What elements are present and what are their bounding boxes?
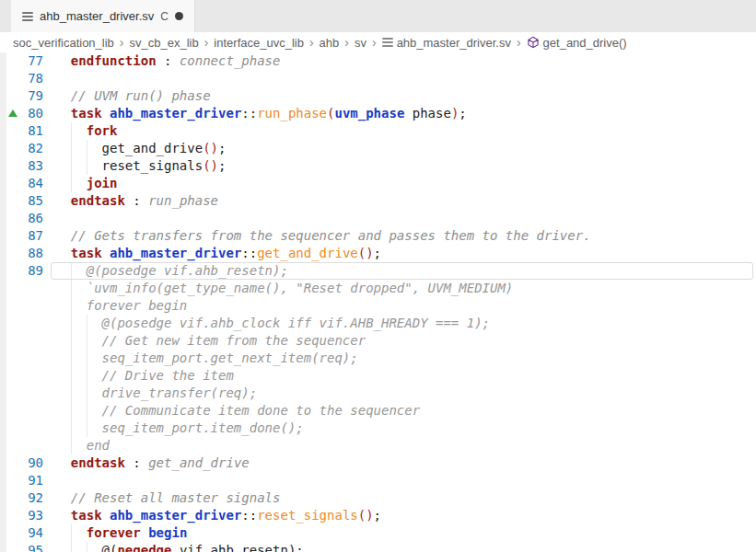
code-line-content[interactable]: join	[51, 175, 756, 192]
code-line-content[interactable]	[51, 210, 756, 227]
line-number[interactable]	[0, 437, 51, 454]
breadcrumb-item-sv-cb-ex-lib[interactable]: sv_cb_ex_lib	[130, 36, 199, 50]
breadcrumb-item-ahb[interactable]: ahb	[320, 36, 340, 50]
code-line-80[interactable]: 80 task ahb_master_driver::run_phase(uvm…	[0, 105, 756, 122]
code-line-content[interactable]: // Reset all master signals	[51, 489, 756, 507]
indent-guide	[87, 140, 87, 157]
code-line-content[interactable]: task ahb_master_driver::run_phase(uvm_ph…	[51, 105, 756, 122]
code-line-89[interactable]: 89 @(posedge vif.ahb_resetn);	[0, 262, 756, 280]
code-line-ghost[interactable]: seq_item_port.get_next_item(req);	[0, 350, 756, 367]
code-line-content[interactable]: @(posedge vif.ahb_resetn);	[51, 262, 756, 280]
line-number[interactable]: 86	[0, 210, 51, 227]
code-line-content[interactable]: `uvm_info(get_type_name(), "Reset droppe…	[51, 280, 756, 297]
line-number[interactable]	[0, 385, 51, 402]
line-number[interactable]: 92	[0, 489, 51, 507]
code-line-93[interactable]: 93 task ahb_master_driver::reset_signals…	[0, 507, 756, 524]
code-line-91[interactable]: 91	[0, 472, 756, 489]
dirty-indicator-icon[interactable]	[175, 12, 183, 20]
code-token: join	[87, 176, 118, 190]
code-line-ghost[interactable]: // Get new item from the sequencer	[0, 332, 756, 350]
line-number[interactable]: 90	[0, 454, 51, 472]
line-number[interactable]	[0, 402, 51, 420]
line-number[interactable]	[0, 420, 51, 437]
code-line-79[interactable]: 79 // UVM run() phase	[0, 87, 756, 105]
code-line-content[interactable]: seq_item_port.get_next_item(req);	[51, 350, 756, 367]
code-line-88[interactable]: 88 task ahb_master_driver::get_and_drive…	[0, 245, 756, 262]
line-number[interactable]: 85	[0, 192, 51, 210]
code-line-content[interactable]: @(negedge vif.ahb_resetn);	[51, 542, 756, 552]
line-number[interactable]: 79	[0, 87, 51, 105]
code-line-content[interactable]: forever begin	[51, 297, 756, 315]
code-line-content[interactable]: // Drive the item	[51, 367, 756, 385]
code-line-ghost[interactable]: seq_item_port.item_done();	[0, 420, 756, 437]
line-number[interactable]: 84	[0, 175, 51, 192]
code-line-83[interactable]: 83 reset_signals();	[0, 157, 756, 175]
code-line-84[interactable]: 84 join	[0, 175, 756, 192]
code-line-content[interactable]: @(posedge vif.ahb_clock iff vif.AHB_HREA…	[51, 315, 756, 332]
code-line-content[interactable]: endtask : get_and_drive	[51, 454, 756, 472]
code-token: reset_signals	[55, 158, 203, 173]
line-number[interactable]	[0, 332, 51, 350]
code-line-94[interactable]: 94 forever begin	[0, 524, 756, 542]
breadcrumb-item-soc-verification-lib[interactable]: soc_verification_lib	[13, 36, 114, 50]
code-line-content[interactable]: task ahb_master_driver::get_and_drive();	[51, 245, 756, 262]
code-line-content[interactable]: drive_transfer(req);	[51, 385, 756, 402]
code-editor[interactable]: 77 endfunction : connect_phase7879 // UV…	[0, 52, 756, 552]
code-line-81[interactable]: 81 fork	[0, 122, 756, 140]
code-line-90[interactable]: 90 endtask : get_and_drive	[0, 454, 756, 472]
line-number[interactable]: 81	[0, 122, 51, 140]
code-line-content[interactable]	[51, 472, 756, 489]
line-number[interactable]: 94	[0, 524, 51, 542]
breadcrumb-item-interface-uvc-lib[interactable]: interface_uvc_lib	[214, 36, 304, 50]
code-line-content[interactable]: // Get new item from the sequencer	[51, 332, 756, 350]
code-line-92[interactable]: 92 // Reset all master signals	[0, 489, 756, 507]
line-number[interactable]	[0, 280, 51, 297]
line-number[interactable]	[0, 297, 51, 315]
line-number[interactable]: 89	[0, 262, 51, 280]
tab-ahb-master-driver[interactable]: ahb_master_driver.sv C	[11, 0, 195, 32]
line-number[interactable]	[0, 367, 51, 385]
line-number[interactable]: 87	[0, 227, 51, 245]
code-line-content[interactable]: reset_signals();	[51, 157, 756, 175]
code-line-ghost[interactable]: drive_transfer(req);	[0, 385, 756, 402]
code-line-87[interactable]: 87 // Gets transfers from the sequencer …	[0, 227, 756, 245]
breadcrumb-item-ahb-master-driver-sv[interactable]: ahb_master_driver.sv	[382, 36, 511, 50]
line-number[interactable]: 95	[0, 542, 51, 552]
code-line-content[interactable]: get_and_drive();	[51, 140, 756, 157]
line-number[interactable]: 78	[0, 70, 51, 87]
code-line-content[interactable]	[51, 70, 756, 87]
line-number[interactable]: 83	[0, 157, 51, 175]
code-line-ghost[interactable]: forever begin	[0, 297, 756, 315]
line-number[interactable]: 88	[0, 245, 51, 262]
breadcrumb-item-sv[interactable]: sv	[355, 36, 366, 50]
code-line-content[interactable]: end	[51, 437, 756, 454]
code-line-content[interactable]: // Gets transfers from the sequencer and…	[51, 227, 756, 245]
line-number[interactable]: 77	[0, 52, 51, 70]
code-line-ghost[interactable]: `uvm_info(get_type_name(), "Reset droppe…	[0, 280, 756, 297]
code-line-content[interactable]: endfunction : connect_phase	[51, 52, 756, 70]
code-line-ghost[interactable]: // Drive the item	[0, 367, 756, 385]
line-number[interactable]	[0, 315, 51, 332]
code-line-content[interactable]: endtask : run_phase	[51, 192, 756, 210]
code-line-95[interactable]: 95 @(negedge vif.ahb_resetn);	[0, 542, 756, 552]
code-line-82[interactable]: 82 get_and_drive();	[0, 140, 756, 157]
code-line-content[interactable]: fork	[51, 122, 756, 140]
code-line-content[interactable]: // UVM run() phase	[51, 87, 756, 105]
code-line-content[interactable]: forever begin	[51, 524, 756, 542]
code-line-ghost[interactable]: @(posedge vif.ahb_clock iff vif.AHB_HREA…	[0, 315, 756, 332]
code-line-86[interactable]: 86	[0, 210, 756, 227]
code-line-ghost[interactable]: end	[0, 437, 756, 454]
line-number[interactable]: 82	[0, 140, 51, 157]
code-line-content[interactable]: seq_item_port.item_done();	[51, 420, 756, 437]
code-line-content[interactable]: task ahb_master_driver::reset_signals();	[51, 507, 756, 524]
line-number[interactable]: 91	[0, 472, 51, 489]
code-token	[55, 508, 71, 523]
line-number[interactable]: 93	[0, 507, 51, 524]
code-line-content[interactable]: // Communicate item done to the sequence…	[51, 402, 756, 420]
code-line-85[interactable]: 85 endtask : run_phase	[0, 192, 756, 210]
code-line-78[interactable]: 78	[0, 70, 756, 87]
code-line-ghost[interactable]: // Communicate item done to the sequence…	[0, 402, 756, 420]
code-line-77[interactable]: 77 endfunction : connect_phase	[0, 52, 756, 70]
line-number[interactable]	[0, 350, 51, 367]
breadcrumb-item-get-and-drive-[interactable]: get_and_drive()	[527, 36, 627, 50]
